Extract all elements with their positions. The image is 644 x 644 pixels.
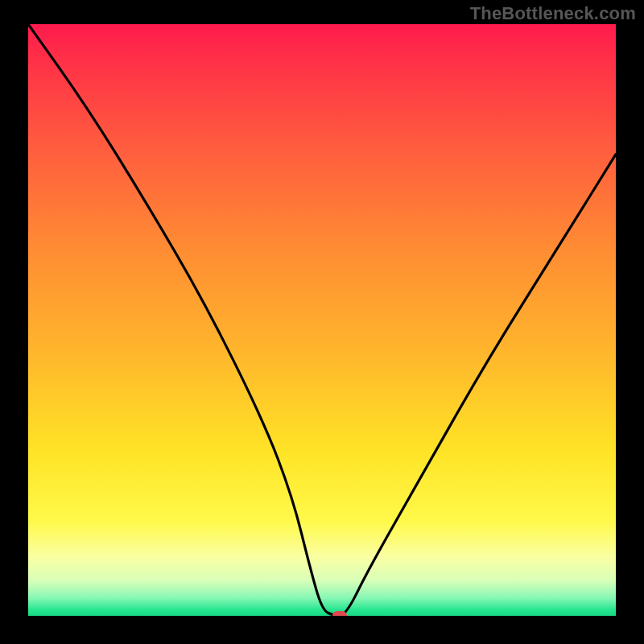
optimum-marker xyxy=(332,611,347,616)
bottleneck-curve xyxy=(28,24,616,616)
plot-area xyxy=(28,24,616,616)
chart-frame: TheBottleneck.com xyxy=(0,0,644,644)
watermark-label: TheBottleneck.com xyxy=(470,3,636,24)
